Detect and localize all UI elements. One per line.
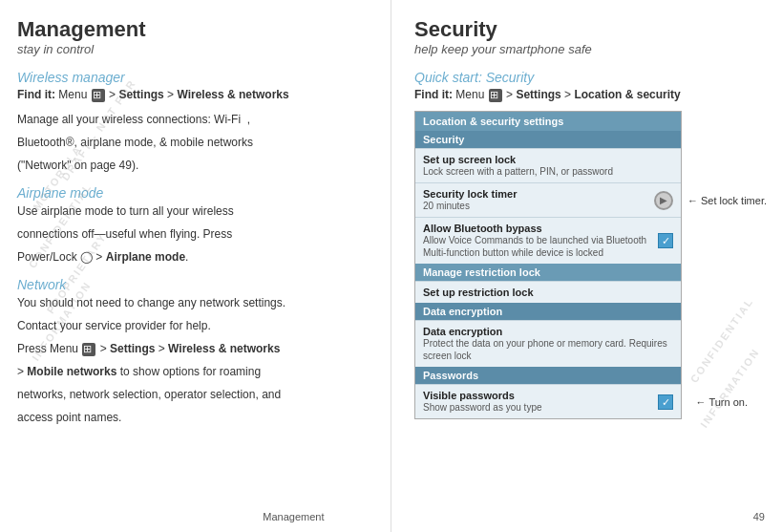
find-it-label: Find it: (17, 88, 55, 101)
network-heading: Network (17, 277, 368, 292)
right-column: Security help keep your smartphone safe … (391, 0, 782, 532)
data-encryption-item[interactable]: Data encryption Protect the data on your… (415, 320, 681, 367)
network-body5: networks, network selection, operator se… (17, 386, 368, 403)
bluetooth-bypass-title: Allow Bluetooth bypass (423, 223, 650, 234)
find-it-label2: Find it: (414, 88, 453, 101)
security-find-path: Menu > Settings > Location & security (455, 88, 680, 101)
data-encryption-subtitle: Protect the data on your phone or memory… (423, 337, 673, 362)
footer: Management 49 (263, 511, 765, 522)
visible-passwords-title: Visible passwords (423, 390, 650, 401)
visible-passwords-item[interactable]: Visible passwords Show password as you t… (415, 384, 681, 418)
security-find-it: Find it: Menu > Settings > Location & se… (414, 87, 765, 103)
data-encryption-title: Data encryption (423, 326, 673, 337)
visible-passwords-subtitle: Show password as you type (423, 401, 650, 414)
set-restriction-lock-title: Set up restriction lock (423, 287, 673, 298)
turn-on-note: Turn on. (695, 396, 748, 408)
airplane-body3: Power/Lock ◯ > Airplane mode. (17, 248, 368, 266)
wireless-body2: Bluetooth®, airplane mode, & mobile netw… (17, 134, 368, 151)
watermark-r2: INFORMATION (698, 346, 761, 430)
visible-passwords-checkbox[interactable]: ✓ (658, 394, 673, 410)
left-column: Management stay in control Wireless mana… (0, 0, 391, 532)
wireless-body1: Manage all your wireless connections: Wi… (17, 111, 368, 128)
menu-icon2 (82, 343, 95, 356)
watermark-r1: CONFIDENTIAL (688, 295, 756, 385)
passwords-section-label: Passwords (415, 367, 681, 384)
set-lock-note: Set lock timer. (687, 195, 767, 206)
network-body2: Contact your service provider for help. (17, 317, 368, 334)
bluetooth-bypass-checkbox[interactable]: ✓ (658, 233, 673, 248)
network-body3: Press Menu > Settings > Wireless & netwo… (17, 340, 368, 357)
set-restriction-lock-item[interactable]: Set up restriction lock (415, 281, 681, 303)
airplane-body2: connections off—useful when flying. Pres… (17, 225, 368, 243)
set-screen-lock-title: Set up screen lock (423, 154, 673, 165)
footer-page: 49 (753, 511, 765, 522)
airplane-body1: Use airplane mode to turn all your wirel… (17, 202, 368, 220)
set-screen-lock-item[interactable]: Set up screen lock Lock screen with a pa… (415, 148, 681, 182)
menu-icon (92, 89, 105, 102)
security-lock-timer-item[interactable]: Security lock timer 20 minutes ▶ Set loc… (415, 182, 681, 217)
menu-icon3 (489, 89, 502, 102)
lock-timer-arrow[interactable]: ▶ (654, 191, 673, 210)
bluetooth-bypass-item[interactable]: Allow Bluetooth bypass Allow Voice Comma… (415, 217, 681, 264)
right-title: Security (414, 17, 765, 42)
set-screen-lock-subtitle: Lock screen with a pattern, PIN, or pass… (423, 165, 673, 178)
network-body6: access point names. (17, 409, 368, 426)
lock-timer-subtitle: 20 minutes (423, 200, 673, 212)
left-title: Management (17, 17, 368, 42)
network-body1: You should not need to change any networ… (17, 294, 368, 311)
airplane-heading: Airplane mode (17, 185, 368, 201)
left-subtitle: stay in control (17, 42, 368, 56)
bluetooth-bypass-subtitle: Allow Voice Commands to be launched via … (423, 234, 650, 259)
quick-start-heading: Quick start: Security (414, 70, 765, 85)
data-encryption-section-label: Data encryption (415, 303, 681, 320)
panel-header: Location & security settings (415, 112, 681, 131)
manage-restriction-label: Manage restriction lock (415, 264, 681, 281)
wireless-find-path: Menu > Settings > Wireless & networks (58, 88, 288, 101)
network-body4: > Mobile networks to show options for ro… (17, 363, 368, 380)
panel-security-label: Security (415, 131, 681, 148)
wireless-manager-heading: Wireless manager (17, 70, 368, 85)
wireless-find-it: Find it: Menu > Settings > Wireless & ne… (17, 87, 368, 103)
wireless-body3: ("Network" on page 49). (17, 157, 368, 174)
security-panel: Location & security settings Security Se… (414, 111, 682, 419)
footer-label: Management (263, 511, 324, 522)
right-subtitle: help keep your smartphone safe (414, 42, 765, 56)
lock-timer-title: Security lock timer (423, 188, 673, 200)
